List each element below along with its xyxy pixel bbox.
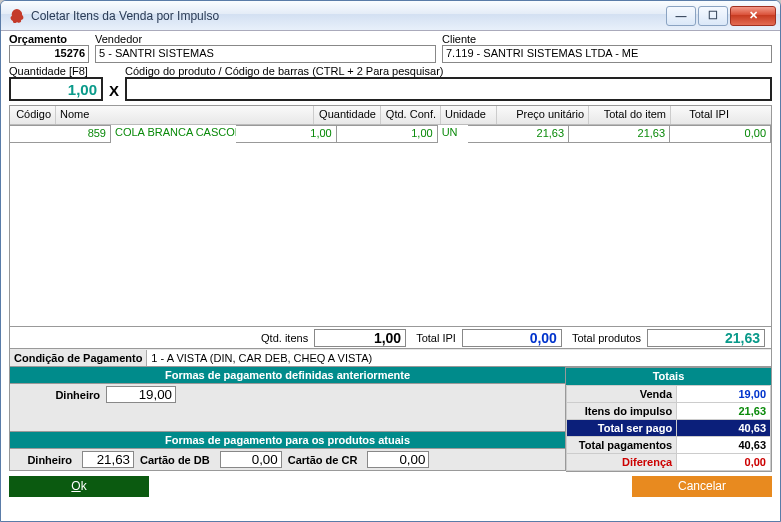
- row-venda: Venda 19,00: [567, 386, 771, 403]
- col-nome[interactable]: Nome: [56, 106, 314, 124]
- cell-total-ipi: 0,00: [670, 125, 771, 143]
- grid-header: Código Nome Quantidade Qtd. Conf. Unidad…: [10, 106, 771, 125]
- grid-body[interactable]: 859 COLA BRANCA CASCOREZ EXTRA-1KG 1,00 …: [10, 125, 771, 326]
- impulso-value: 21,63: [677, 403, 771, 420]
- titlebar[interactable]: Coletar Itens da Venda por Impulso — ☐ ✕: [1, 1, 780, 31]
- condicao-value: 1 - A VISTA (DIN, CAR DEB, CHEQ A VISTA): [146, 350, 771, 366]
- ok-button[interactable]: Ok: [9, 476, 149, 497]
- orcamento-value: 15276: [9, 45, 89, 63]
- dinheiro-ant-input[interactable]: [106, 386, 176, 403]
- cell-total-item: 21,63: [569, 125, 670, 143]
- vendedor-value: 5 - SANTRI SISTEMAS: [95, 45, 436, 63]
- window-title: Coletar Itens da Venda por Impulso: [31, 9, 664, 23]
- cartao-cr-input[interactable]: [367, 451, 429, 468]
- cell-unidade: UN: [438, 125, 468, 143]
- row-total-pagamentos: Total pagamentos 40,63: [567, 437, 771, 454]
- dinheiro-atual-label: Dinheiro: [14, 454, 76, 466]
- condicao-label: Condição de Pagamento: [10, 352, 146, 364]
- total-ipi-label: Total IPI: [412, 332, 456, 344]
- qtd-itens-label: Qtd. itens: [257, 332, 308, 344]
- col-total-item[interactable]: Total do item: [589, 106, 671, 124]
- col-codigo[interactable]: Código: [10, 106, 56, 124]
- formas-anteriores-body: Dinheiro: [9, 384, 566, 432]
- quantidade-label: Quantidade [F8]: [9, 65, 103, 77]
- venda-label: Venda: [567, 386, 677, 403]
- dif-label: Diferença: [567, 454, 677, 471]
- quantidade-input[interactable]: [9, 77, 103, 101]
- minimize-button[interactable]: —: [666, 6, 696, 26]
- close-button[interactable]: ✕: [730, 6, 776, 26]
- table-row[interactable]: 859 COLA BRANCA CASCOREZ EXTRA-1KG 1,00 …: [10, 125, 771, 143]
- total-produtos-label: Total produtos: [568, 332, 641, 344]
- cell-qtd-conf: 1,00: [337, 125, 438, 143]
- total-produtos-value: [647, 329, 765, 347]
- footer: Ok Cancelar: [9, 476, 772, 497]
- app-icon: [9, 8, 25, 24]
- qtd-itens-value: [314, 329, 406, 347]
- col-unidade[interactable]: Unidade: [441, 106, 497, 124]
- venda-value: 19,00: [677, 386, 771, 403]
- total-ipi-value: [462, 329, 562, 347]
- window-buttons: — ☐ ✕: [664, 6, 776, 26]
- cartao-db-input[interactable]: [220, 451, 282, 468]
- codigo-input[interactable]: [125, 77, 772, 101]
- col-qtd-conf[interactable]: Qtd. Conf.: [381, 106, 441, 124]
- col-total-ipi[interactable]: Total IPI: [671, 106, 733, 124]
- formas-anteriores-title: Formas de pagamento definidas anteriorme…: [9, 367, 566, 384]
- apagar-label: Total ser pago: [567, 420, 677, 437]
- cartao-cr-label: Cartão de CR: [288, 454, 362, 466]
- totpag-value: 40,63: [677, 437, 771, 454]
- row-impulso: Itens do impulso 21,63: [567, 403, 771, 420]
- cell-quantidade: 1,00: [236, 125, 337, 143]
- dif-value: 0,00: [677, 454, 771, 471]
- row-diferenca: Diferença 0,00: [567, 454, 771, 471]
- col-quantidade[interactable]: Quantidade: [314, 106, 381, 124]
- items-grid: Código Nome Quantidade Qtd. Conf. Unidad…: [9, 105, 772, 327]
- codigo-label: Código do produto / Código de barras (CT…: [125, 65, 772, 77]
- cell-preco: 21,63: [468, 125, 569, 143]
- window: Coletar Itens da Venda por Impulso — ☐ ✕…: [0, 0, 781, 522]
- multiply-symbol: X: [109, 82, 119, 99]
- cartao-db-label: Cartão de DB: [140, 454, 214, 466]
- formas-atuais-body: Dinheiro Cartão de DB Cartão de CR: [9, 449, 566, 471]
- vendedor-label: Vendedor: [95, 33, 436, 45]
- totais-title: Totais: [566, 368, 771, 385]
- dinheiro-atual-input[interactable]: [82, 451, 134, 468]
- totals-bar: Qtd. itens Total IPI Total produtos: [9, 327, 772, 349]
- orcamento-label: Orçamento: [9, 33, 89, 45]
- condicao-pagamento-row: Condição de Pagamento 1 - A VISTA (DIN, …: [9, 349, 772, 367]
- cell-nome: COLA BRANCA CASCOREZ EXTRA-1KG: [111, 125, 236, 143]
- maximize-button[interactable]: ☐: [698, 6, 728, 26]
- cliente-value: 7.119 - SANTRI SISTEMAS LTDA - ME: [442, 45, 772, 63]
- impulso-label: Itens do impulso: [567, 403, 677, 420]
- dinheiro-ant-label: Dinheiro: [14, 389, 106, 401]
- content: Orçamento 15276 Vendedor 5 - SANTRI SIST…: [1, 31, 780, 497]
- cliente-label: Cliente: [442, 33, 772, 45]
- col-preco-unitario[interactable]: Preço unitário: [497, 106, 589, 124]
- totals-table: Venda 19,00 Itens do impulso 21,63 Total…: [566, 385, 771, 471]
- apagar-value: 40,63: [677, 420, 771, 437]
- cancel-button[interactable]: Cancelar: [632, 476, 772, 497]
- row-total-ser-pago: Total ser pago 40,63: [567, 420, 771, 437]
- totpag-label: Total pagamentos: [567, 437, 677, 454]
- formas-atuais-title: Formas de pagamento para os produtos atu…: [9, 432, 566, 449]
- cell-codigo: 859: [10, 125, 111, 143]
